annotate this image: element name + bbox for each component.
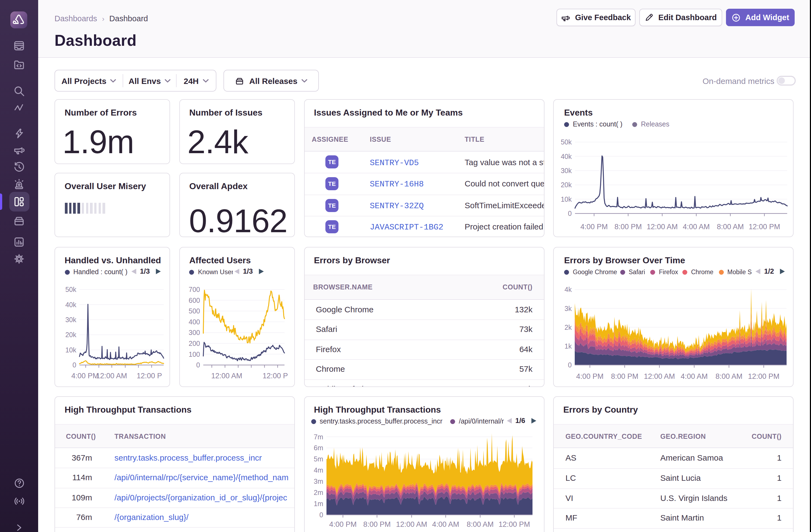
svg-text:700: 700 — [188, 286, 200, 293]
svg-text:30k: 30k — [65, 316, 77, 323]
svg-text:20k: 20k — [561, 181, 572, 188]
svg-text:50k: 50k — [65, 286, 77, 293]
svg-text:4:00 PM: 4:00 PM — [329, 520, 356, 529]
svg-text:10k: 10k — [561, 195, 572, 203]
svg-text:12:00 P: 12:00 P — [137, 372, 162, 380]
svg-text:10k: 10k — [65, 346, 77, 354]
svg-text:4:00 PM: 4:00 PM — [72, 372, 99, 380]
svg-text:12:00 PM: 12:00 PM — [749, 223, 780, 231]
svg-text:0: 0 — [73, 361, 76, 369]
svg-text:0: 0 — [196, 361, 200, 369]
svg-text:3m: 3m — [313, 477, 323, 485]
svg-text:8:00 PM: 8:00 PM — [611, 372, 639, 380]
svg-text:12:00 AM: 12:00 AM — [644, 372, 675, 380]
svg-text:12:00 PM: 12:00 PM — [498, 520, 530, 529]
svg-text:200: 200 — [188, 339, 200, 347]
svg-text:4:00 AM: 4:00 AM — [681, 372, 708, 380]
svg-text:4:00 PM: 4:00 PM — [576, 372, 603, 380]
svg-text:2k: 2k — [565, 323, 572, 331]
svg-text:1m: 1m — [313, 500, 323, 507]
svg-text:5m: 5m — [313, 455, 323, 463]
svg-text:8:00 AM: 8:00 AM — [466, 520, 493, 529]
svg-text:3k: 3k — [565, 305, 572, 312]
svg-text:0: 0 — [568, 210, 572, 217]
svg-text:1k: 1k — [565, 342, 572, 350]
svg-text:30k: 30k — [561, 167, 572, 174]
svg-text:12:00 AM: 12:00 AM — [647, 223, 678, 231]
svg-text:8:00 PM: 8:00 PM — [363, 520, 391, 529]
svg-text:8:00 AM: 8:00 AM — [715, 372, 742, 380]
svg-text:40k: 40k — [65, 301, 77, 308]
svg-text:40k: 40k — [561, 153, 572, 160]
svg-text:6m: 6m — [313, 444, 323, 452]
svg-text:4k: 4k — [565, 286, 572, 293]
svg-text:8:00 AM: 8:00 AM — [717, 223, 744, 231]
svg-text:4:00 AM: 4:00 AM — [683, 223, 709, 231]
svg-text:4:00 AM: 4:00 AM — [432, 520, 459, 529]
svg-text:500: 500 — [188, 307, 200, 315]
svg-text:12:00 AM: 12:00 AM — [96, 372, 127, 380]
svg-text:400: 400 — [188, 318, 200, 326]
svg-text:0: 0 — [319, 511, 323, 519]
svg-text:7m: 7m — [313, 433, 323, 441]
svg-text:12:00 PM: 12:00 PM — [748, 372, 780, 380]
svg-text:300: 300 — [188, 329, 200, 336]
svg-text:20k: 20k — [65, 331, 77, 338]
svg-text:50k: 50k — [561, 138, 572, 146]
svg-text:2m: 2m — [313, 489, 323, 496]
svg-text:100: 100 — [188, 350, 200, 358]
svg-text:0: 0 — [568, 361, 572, 369]
svg-text:12:00 AM: 12:00 AM — [396, 520, 427, 529]
svg-text:600: 600 — [188, 297, 200, 304]
svg-text:8:00 PM: 8:00 PM — [614, 223, 642, 231]
svg-text:12:00 P: 12:00 P — [262, 372, 288, 380]
svg-text:12:00 AM: 12:00 AM — [211, 372, 242, 380]
svg-text:4m: 4m — [313, 466, 323, 474]
svg-text:4:00 PM: 4:00 PM — [580, 223, 608, 231]
